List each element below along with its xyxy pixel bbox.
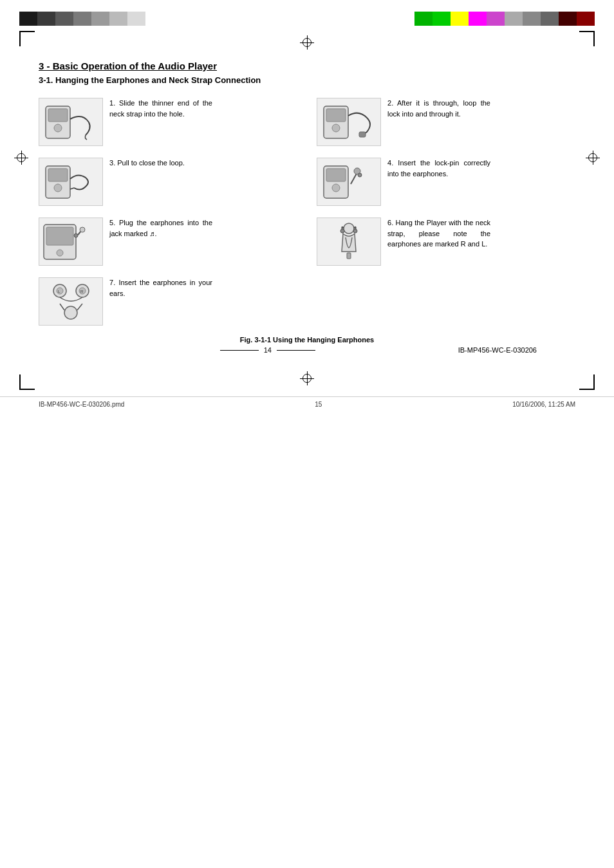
svg-rect-1: [48, 109, 68, 122]
step-3-svg: [41, 160, 102, 205]
svg-text:R: R: [80, 290, 84, 293]
bar-r10: [577, 12, 595, 26]
bar-r2: [433, 12, 451, 26]
figure-caption: Fig. 3-1-1 Using the Hanging Earphones: [39, 336, 575, 344]
step-7-svg: L R: [41, 279, 102, 324]
color-bars-area: [0, 0, 614, 26]
bottom-corner-marks: [19, 367, 595, 390]
top-crosshair: [300, 35, 314, 50]
bar-l2: [37, 12, 55, 26]
step-4-text: 4. Insert the lock-pin correctly into th…: [387, 158, 490, 179]
footer-right: 10/16/2006, 11:25 AM: [512, 401, 575, 408]
svg-point-32: [64, 306, 77, 319]
page-rule-left: [220, 350, 259, 351]
bar-r3: [451, 12, 469, 26]
bar-r7: [523, 12, 541, 26]
bar-l3: [55, 12, 73, 26]
top-corner-marks: [19, 31, 595, 54]
footer: IB-MP456-WC-E-030206.pmd 15 10/16/2006, …: [0, 396, 614, 412]
page-number: 14: [264, 346, 272, 354]
bar-l7: [127, 12, 145, 26]
step-6: 6. Hang the Player with the neck strap, …: [317, 217, 575, 266]
main-content: 3 - Basic Operation of the Audio Player …: [0, 60, 614, 354]
step-3-text: 3. Pull to close the loop.: [109, 158, 185, 169]
step-2-text: 2. After it is through, loop the lock in…: [387, 98, 490, 119]
step-4-image: [317, 158, 381, 206]
step-3: 3. Pull to close the loop.: [39, 158, 297, 206]
bar-l1: [19, 12, 37, 26]
empty-right: [317, 277, 575, 326]
page-rule-right: [277, 350, 315, 351]
svg-line-33: [60, 304, 64, 310]
instruction-row-1: 1. Slide the thinner end of the neck str…: [39, 98, 575, 146]
step-1-image: [39, 98, 103, 146]
svg-point-19: [74, 234, 78, 237]
bar-l4: [73, 12, 91, 26]
step-4-svg: [319, 160, 380, 205]
corner-br: [579, 374, 595, 390]
bar-r4: [469, 12, 487, 26]
step-5-text: 5. Plug the earphones into the jack mark…: [109, 217, 212, 239]
step-3-image: [39, 158, 103, 206]
corner-tl: [19, 31, 35, 46]
bar-r9: [559, 12, 577, 26]
step-1-text: 1. Slide the thinner end of the neck str…: [109, 98, 212, 119]
bar-r1: [414, 12, 433, 26]
svg-point-2: [54, 124, 62, 132]
footer-left: IB-MP456-WC-E-030206.pmd: [39, 401, 124, 408]
step-1: 1. Slide the thinner end of the neck str…: [39, 98, 297, 146]
bar-r5: [487, 12, 505, 26]
svg-rect-17: [46, 227, 73, 245]
instruction-row-4: L R 7. Insert the earphones in your ears…: [39, 277, 575, 326]
bar-r8: [541, 12, 559, 26]
registration-marks: 3 - Basic Operation of the Audio Player …: [0, 60, 614, 354]
step-7-text: 7. Insert the earphones in your ears.: [109, 277, 212, 299]
bar-l5: [91, 12, 109, 26]
instruction-grid: 1. Slide the thinner end of the neck str…: [39, 98, 575, 326]
step-5: 5. Plug the earphones into the jack mark…: [39, 217, 297, 266]
step-2-svg: [319, 100, 380, 145]
page-number-center: 14: [77, 346, 458, 354]
document-id: IB-MP456-WC-E-030206: [458, 346, 537, 354]
svg-rect-25: [347, 253, 351, 259]
step-6-text: 6. Hang the Player with the neck strap, …: [387, 217, 490, 250]
instruction-row-2: 3. Pull to close the loop.: [39, 158, 575, 206]
svg-point-15: [358, 173, 362, 177]
svg-point-23: [340, 229, 344, 233]
step-7-image: L R: [39, 277, 103, 326]
step-5-image: [39, 217, 103, 266]
color-bars-left: [19, 12, 145, 26]
bar-l6: [109, 12, 127, 26]
color-bars-right: [414, 12, 595, 26]
step-5-svg: [41, 219, 102, 264]
svg-point-24: [353, 229, 357, 233]
step-2-image: [317, 98, 381, 146]
chapter-title: 3 - Basic Operation of the Audio Player: [39, 60, 575, 71]
step-6-svg: [319, 219, 380, 264]
svg-rect-4: [326, 109, 346, 122]
svg-rect-11: [326, 169, 346, 181]
svg-point-18: [57, 250, 63, 256]
corner-tr: [579, 31, 595, 46]
svg-point-22: [344, 223, 354, 234]
step-1-svg: [41, 100, 102, 145]
svg-rect-8: [48, 169, 68, 181]
step-6-image: [317, 217, 381, 266]
bar-r6: [505, 12, 523, 26]
step-2: 2. After it is through, loop the lock in…: [317, 98, 575, 146]
step-7: L R 7. Insert the earphones in your ears…: [39, 277, 297, 326]
section-title: 3-1. Hanging the Earphones and Neck Stra…: [39, 75, 575, 85]
corner-bl: [19, 374, 35, 390]
svg-point-9: [54, 184, 62, 192]
svg-rect-6: [359, 132, 366, 137]
svg-point-12: [332, 184, 340, 192]
svg-line-34: [77, 304, 82, 310]
step-4: 4. Insert the lock-pin correctly into th…: [317, 158, 575, 206]
instruction-row-3: 5. Plug the earphones into the jack mark…: [39, 217, 575, 266]
footer-center: 15: [315, 401, 322, 408]
svg-point-21: [80, 227, 85, 232]
bottom-crosshair: [300, 371, 314, 385]
page-number-row: 14 IB-MP456-WC-E-030206: [39, 346, 575, 354]
svg-point-5: [332, 124, 340, 132]
